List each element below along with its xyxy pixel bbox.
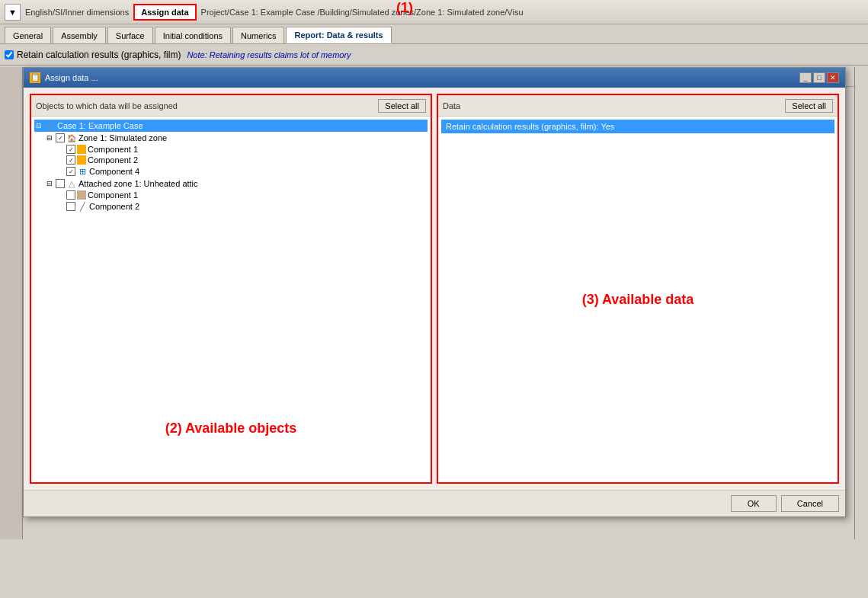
comp1-label: Component 1	[88, 145, 138, 154]
unit-label: English/SI/Inner dimensions	[25, 8, 129, 17]
tab-assembly[interactable]: Assembly	[53, 27, 106, 43]
comp2-icon	[77, 155, 86, 165]
close-button[interactable]: ✕	[827, 72, 839, 83]
tab-report[interactable]: Report: Data & results	[286, 27, 391, 43]
zone1-children: Component 1 Component 2	[56, 144, 428, 177]
tree-zone1[interactable]: ⊟ 🏠 Zone 1: Simulated zone	[45, 132, 428, 144]
tab-initial-conditions[interactable]: Initial conditions	[155, 27, 231, 43]
comp4-expand	[56, 167, 65, 176]
left-panel-body: ⊟ ⌂ Case 1: Example Case ⊟ 🏠 Zone 1: Sim…	[31, 117, 431, 482]
minimize-button[interactable]: _	[799, 72, 812, 83]
right-panel-header: Data Select all	[438, 95, 838, 117]
attached-checkbox[interactable]	[56, 179, 65, 188]
tree-comp1[interactable]: Component 1	[56, 144, 428, 155]
comp2-checkbox[interactable]	[66, 155, 75, 165]
right-panel-body: Retain calculation results (graphics, fi…	[438, 117, 838, 482]
right-scrollbar[interactable]	[854, 67, 868, 539]
assign-data-dialog: 📋 Assign data ... _ □ ✕ Objects to which…	[23, 67, 846, 517]
right-panel-annotation: (3) Available data	[582, 292, 694, 308]
tree-att-comp2[interactable]: ╱ Component 2	[56, 200, 428, 213]
tree-att-comp1[interactable]: Component 1	[56, 190, 428, 200]
top-toolbar: ▼ English/SI/Inner dimensions Assign dat…	[0, 0, 868, 24]
assign-data-button[interactable]: Assign data	[133, 4, 196, 21]
att-comp2-label: Component 2	[89, 202, 139, 211]
breadcrumb: Project/Case 1: Example Case /Building/S…	[201, 8, 524, 17]
tab-numerics[interactable]: Numerics	[232, 27, 284, 43]
tab-bar: General Assembly Surface Initial conditi…	[0, 24, 868, 44]
left-panel-header: Objects to which data will be assigned S…	[31, 95, 431, 117]
attached-icon: △	[66, 178, 77, 189]
dropdown-arrow: ▼	[8, 8, 17, 17]
zone1-expand: ⊟	[45, 133, 54, 142]
root-icon: ⌂	[45, 120, 56, 131]
retain-row: Retain calculation results (graphics, fi…	[0, 44, 868, 66]
zone1-checkbox[interactable]	[56, 133, 65, 142]
dialog-title-bar: 📋 Assign data ... _ □ ✕	[24, 68, 845, 88]
left-select-all-button[interactable]: Select all	[378, 99, 426, 113]
comp4-icon: ⊞	[77, 166, 88, 177]
attached-label: Attached zone 1: Unheated attic	[78, 179, 198, 188]
retain-label: Retain calculation results (graphics, fi…	[17, 50, 181, 60]
attached-children: Component 1 ╱ Component 2	[56, 190, 428, 213]
tree-comp4[interactable]: ⊞ Component 4	[56, 165, 428, 177]
tab-general[interactable]: General	[5, 27, 51, 43]
comp2-label: Component 2	[88, 155, 138, 165]
left-panel: Objects to which data will be assigned S…	[30, 94, 432, 484]
zone1-icon: 🏠	[66, 133, 77, 143]
comp1-expand	[56, 145, 65, 154]
root-label: Case 1: Example Case	[57, 121, 143, 130]
comp2-expand	[56, 155, 65, 165]
data-item-0[interactable]: Retain calculation results (graphics, fi…	[441, 120, 834, 133]
left-panel-title: Objects to which data will be assigned	[36, 101, 178, 110]
comp4-checkbox[interactable]	[66, 167, 75, 176]
left-sidebar	[0, 67, 23, 539]
zone1-label: Zone 1: Simulated zone	[78, 133, 167, 142]
comp4-label: Component 4	[89, 167, 139, 176]
root-expand: ⊟	[34, 121, 43, 130]
dialog-window-controls: _ □ ✕	[799, 72, 839, 83]
right-panel-title: Data	[443, 101, 460, 110]
att-comp1-checkbox[interactable]	[66, 190, 75, 200]
att-comp2-expand	[56, 202, 65, 211]
retain-checkbox[interactable]	[5, 50, 14, 59]
att-comp1-label: Component 1	[88, 190, 138, 200]
right-select-all-button[interactable]: Select all	[785, 99, 833, 113]
left-panel-annotation: (2) Available objects	[165, 421, 297, 437]
dialog-title-icon: 📋	[30, 72, 40, 83]
attached-expand: ⊟	[45, 179, 54, 188]
retain-checkbox-wrapper: Retain calculation results (graphics, fi…	[5, 50, 181, 60]
cancel-button[interactable]: Cancel	[781, 495, 839, 512]
dialog-title-left: 📋 Assign data ...	[30, 72, 98, 83]
tree-children-root: ⊟ 🏠 Zone 1: Simulated zone Compon	[45, 132, 428, 213]
tree-attached-zone[interactable]: ⊟ △ Attached zone 1: Unheated attic	[45, 177, 428, 190]
dialog-content: Objects to which data will be assigned S…	[24, 88, 845, 490]
att-comp1-expand	[56, 190, 65, 200]
tab-surface[interactable]: Surface	[107, 27, 153, 43]
dialog-title-text: Assign data ...	[45, 73, 98, 82]
comp1-checkbox[interactable]	[66, 145, 75, 154]
ok-button[interactable]: OK	[731, 495, 777, 512]
dialog-panels: Objects to which data will be assigned S…	[30, 94, 839, 484]
att-comp2-checkbox[interactable]	[66, 202, 75, 211]
comp1-icon	[77, 145, 86, 154]
unit-dropdown[interactable]: ▼	[5, 4, 21, 21]
maximize-button[interactable]: □	[813, 72, 825, 83]
att-comp2-icon: ╱	[77, 201, 88, 212]
tree-comp2[interactable]: Component 2	[56, 155, 428, 165]
retain-note: Note: Retaining results claims lot of me…	[187, 50, 351, 59]
tree-root[interactable]: ⊟ ⌂ Case 1: Example Case	[34, 120, 428, 132]
right-panel: Data Select all Retain calculation resul…	[437, 94, 839, 484]
dialog-footer: OK Cancel	[24, 490, 845, 516]
att-comp1-icon	[77, 190, 86, 200]
